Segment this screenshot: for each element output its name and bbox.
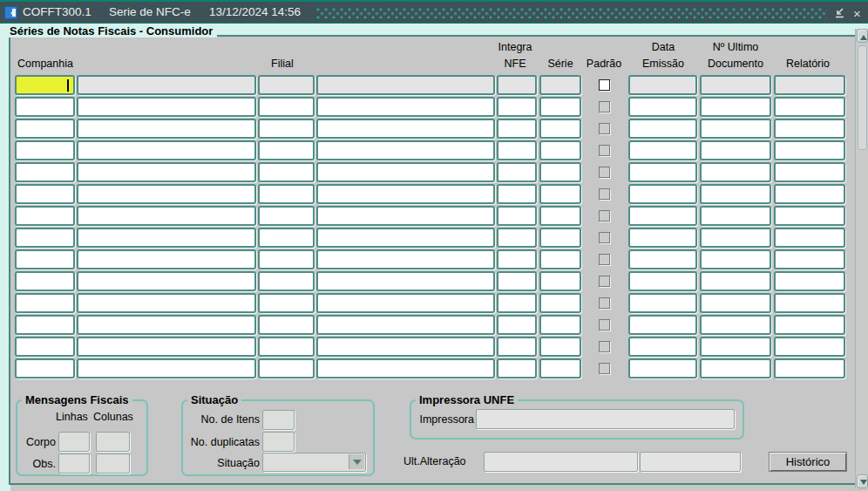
no-duplicatas-field[interactable] — [262, 432, 295, 452]
relatorio-field[interactable] — [774, 315, 845, 335]
situacao-dropdown[interactable] — [262, 453, 366, 472]
ultimo-documento-field[interactable] — [700, 293, 771, 313]
padrao-checkbox[interactable] — [599, 210, 610, 222]
data-emissao-field[interactable] — [628, 184, 697, 204]
scrollbar-thumb[interactable] — [858, 45, 867, 150]
integra-nfe-field[interactable] — [497, 119, 537, 139]
data-emissao-field[interactable] — [628, 119, 697, 139]
serie-field[interactable] — [539, 162, 581, 182]
filial-field[interactable] — [258, 119, 315, 139]
padrao-checkbox[interactable] — [599, 123, 610, 134]
ultimo-documento-field[interactable] — [700, 140, 771, 160]
data-emissao-field[interactable] — [628, 206, 697, 226]
ultimo-documento-field[interactable] — [700, 75, 771, 95]
impressora-field[interactable] — [476, 409, 735, 429]
companhia-field[interactable] — [15, 293, 75, 313]
companhia-name-field[interactable] — [77, 315, 256, 335]
ultimo-documento-field[interactable] — [700, 249, 771, 269]
relatorio-field[interactable] — [774, 337, 845, 357]
ultimo-documento-field[interactable] — [700, 315, 771, 335]
filial-name-field[interactable] — [316, 271, 495, 291]
data-emissao-field[interactable] — [628, 140, 697, 160]
filial-field[interactable] — [258, 337, 315, 357]
filial-name-field[interactable] — [316, 206, 495, 226]
filial-field[interactable] — [258, 162, 315, 182]
relatorio-field[interactable] — [774, 184, 845, 204]
serie-field[interactable] — [539, 358, 581, 378]
companhia-field[interactable] — [15, 119, 75, 139]
serie-field[interactable] — [539, 249, 581, 269]
obs-linhas-field[interactable] — [58, 453, 90, 474]
filial-name-field[interactable] — [316, 315, 495, 335]
companhia-name-field[interactable] — [77, 206, 256, 226]
filial-field[interactable] — [258, 271, 315, 291]
filial-field[interactable] — [258, 140, 315, 160]
serie-field[interactable] — [539, 206, 581, 226]
companhia-name-field[interactable] — [77, 119, 256, 139]
padrao-checkbox[interactable] — [599, 319, 610, 331]
ultimo-documento-field[interactable] — [700, 358, 771, 378]
serie-field[interactable] — [539, 97, 581, 117]
relatorio-field[interactable] — [774, 140, 845, 160]
serie-field[interactable] — [539, 337, 581, 357]
companhia-field[interactable] — [15, 140, 75, 160]
companhia-name-field[interactable] — [77, 358, 256, 378]
relatorio-field[interactable] — [774, 271, 845, 291]
serie-field[interactable] — [539, 271, 581, 291]
data-emissao-field[interactable] — [628, 249, 697, 269]
data-emissao-field[interactable] — [628, 97, 697, 117]
filial-name-field[interactable] — [316, 184, 495, 204]
padrao-checkbox[interactable] — [599, 232, 610, 243]
padrao-checkbox[interactable] — [599, 341, 610, 352]
filial-field[interactable] — [258, 206, 315, 226]
corpo-colunas-field[interactable] — [96, 432, 130, 452]
filial-name-field[interactable] — [316, 293, 495, 313]
corpo-linhas-field[interactable] — [58, 432, 90, 452]
ultimo-documento-field[interactable] — [700, 271, 771, 291]
filial-name-field[interactable] — [316, 97, 495, 117]
relatorio-field[interactable] — [774, 293, 845, 313]
integra-nfe-field[interactable] — [497, 249, 537, 269]
integra-nfe-field[interactable] — [497, 293, 537, 313]
filial-name-field[interactable] — [316, 228, 495, 248]
ult-alteracao-user-field[interactable] — [484, 452, 638, 472]
integra-nfe-field[interactable] — [497, 184, 537, 204]
integra-nfe-field[interactable] — [497, 315, 537, 335]
companhia-name-field[interactable] — [77, 271, 256, 291]
serie-field[interactable] — [539, 119, 581, 139]
integra-nfe-field[interactable] — [497, 97, 537, 117]
padrao-checkbox[interactable] — [599, 297, 610, 309]
filial-field[interactable] — [258, 293, 315, 313]
companhia-name-field[interactable] — [77, 249, 256, 269]
filial-name-field[interactable] — [316, 119, 495, 139]
filial-field[interactable] — [258, 75, 315, 95]
companhia-name-field[interactable] — [77, 162, 256, 182]
relatorio-field[interactable] — [774, 75, 845, 95]
no-itens-field[interactable] — [262, 410, 295, 430]
filial-field[interactable] — [258, 358, 315, 378]
padrao-checkbox[interactable] — [599, 254, 610, 265]
filial-field[interactable] — [258, 184, 315, 204]
companhia-name-field[interactable] — [77, 140, 256, 160]
companhia-name-field[interactable] — [77, 293, 256, 313]
filial-name-field[interactable] — [316, 140, 495, 160]
data-emissao-field[interactable] — [628, 75, 697, 95]
integra-nfe-field[interactable] — [497, 228, 537, 248]
ultimo-documento-field[interactable] — [700, 184, 771, 204]
companhia-field[interactable] — [15, 162, 75, 182]
ult-alteracao-date-field[interactable] — [640, 452, 741, 472]
companhia-name-field[interactable] — [77, 97, 256, 117]
relatorio-field[interactable] — [774, 162, 845, 182]
integra-nfe-field[interactable] — [497, 75, 537, 95]
data-emissao-field[interactable] — [628, 315, 697, 335]
data-emissao-field[interactable] — [628, 228, 697, 248]
companhia-field[interactable] — [15, 337, 75, 357]
relatorio-field[interactable] — [774, 249, 845, 269]
relatorio-field[interactable] — [774, 206, 845, 226]
data-emissao-field[interactable] — [628, 271, 697, 291]
companhia-field[interactable] — [15, 184, 75, 204]
relatorio-field[interactable] — [774, 358, 845, 378]
integra-nfe-field[interactable] — [497, 358, 537, 378]
historico-button[interactable]: Histórico — [769, 452, 847, 472]
dropdown-arrow-icon[interactable] — [349, 454, 364, 469]
